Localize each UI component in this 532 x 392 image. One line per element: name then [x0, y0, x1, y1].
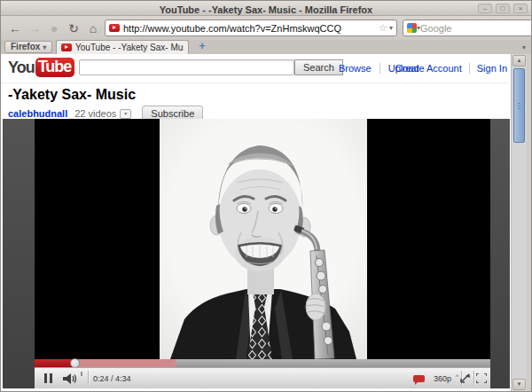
player-controls: 0:24 / 4:34 360p ^ [35, 367, 490, 388]
web-search-bar[interactable]: ▾ [403, 20, 532, 36]
minimize-icon[interactable]: – [478, 4, 492, 13]
bookmark-star-icon[interactable]: ☆ [379, 22, 387, 34]
window-edge [527, 54, 531, 391]
youtube-logo[interactable]: You Tube [8, 58, 74, 77]
video-player: 0:24 / 4:34 360p ^ [3, 119, 510, 388]
video-frame-photo [160, 119, 367, 359]
sign-in-link[interactable]: Sign In [477, 63, 507, 74]
google-engine-icon[interactable] [407, 23, 417, 33]
scroll-up-icon[interactable]: ▲ [512, 55, 526, 67]
logo-you-text: You [8, 59, 35, 77]
quality-caret-icon[interactable]: ^ [456, 373, 458, 380]
window-title: YouTube - -Yakety Sax- Music - Mozilla F… [160, 4, 372, 15]
back-icon[interactable]: ← [5, 21, 25, 35]
forward-icon[interactable]: → [25, 21, 44, 35]
close-icon[interactable]: × [513, 4, 528, 13]
page-content: You Tube Search Browse Upload Create Acc… [1, 54, 531, 391]
volume-slider[interactable] [81, 372, 82, 376]
firefox-menu-caret-icon: ▾ [43, 43, 46, 51]
window-titlebar[interactable]: YouTube - -Yakety Sax- Music - Mozilla F… [1, 1, 531, 16]
account-links: Create Account Sign In [395, 63, 507, 74]
firefox-menu-label: Firefox [11, 42, 40, 51]
navigation-toolbar: ← → ● ↻ ⌂ ☆ ▾ ▾ ★ ▾ [1, 16, 531, 40]
youtube-search-input[interactable] [79, 59, 294, 75]
list-tabs-icon[interactable]: ▾ [522, 43, 526, 51]
time-display: 0:24 / 4:34 [93, 368, 131, 389]
annotations-icon[interactable] [413, 375, 425, 382]
uploader-dropdown-icon[interactable]: ▾ [120, 109, 131, 119]
web-search-input[interactable] [420, 23, 532, 34]
window-controls: – □ × [478, 4, 528, 13]
youtube-header: You Tube Search Browse Upload Create Acc… [1, 54, 509, 83]
firefox-window: YouTube - -Yakety Sax- Music - Mozilla F… [0, 0, 532, 392]
page-scrollbar[interactable]: ▲ ▼ [511, 54, 527, 391]
player-gutter-right [490, 119, 510, 388]
divider [88, 371, 89, 386]
divider [473, 371, 474, 386]
pause-icon[interactable] [43, 373, 53, 383]
url-bar[interactable]: ☆ ▾ [105, 20, 397, 36]
youtube-favicon-icon [109, 24, 120, 32]
seek-bar[interactable] [35, 359, 490, 367]
url-input[interactable] [123, 23, 377, 34]
tab-title: YouTube - -Yakety Sax- Music [75, 43, 184, 52]
uploader-link[interactable]: calebhudnall [8, 108, 67, 119]
volume-icon[interactable] [63, 373, 78, 384]
portrait-illustration [160, 119, 367, 359]
player-gutter-left [3, 119, 35, 388]
video-display[interactable]: 0:24 / 4:34 360p ^ [35, 119, 490, 388]
popout-icon[interactable] [459, 373, 471, 384]
new-tab-button[interactable]: + [194, 41, 210, 53]
youtube-search-button[interactable]: Search [294, 59, 343, 75]
firefox-menu-button[interactable]: Firefox ▾ [4, 41, 52, 53]
create-account-link[interactable]: Create Account [395, 63, 462, 74]
divider [469, 63, 470, 74]
tab-favicon-icon [61, 43, 72, 51]
maximize-icon[interactable]: □ [496, 4, 510, 13]
fullscreen-icon[interactable] [476, 373, 487, 383]
divider [379, 63, 380, 74]
logo-tube-text: Tube [35, 58, 75, 77]
video-title: -Yakety Sax- Music [8, 87, 136, 103]
stop-icon[interactable]: ● [44, 21, 64, 35]
uploader-video-count: 22 videos [74, 108, 116, 119]
scrollbar-grip [518, 103, 520, 110]
scroll-down-icon[interactable]: ▼ [512, 379, 526, 390]
quality-label[interactable]: 360p [434, 368, 451, 389]
reload-icon[interactable]: ↻ [64, 21, 83, 35]
browse-link[interactable]: Browse [339, 63, 372, 74]
tab-youtube[interactable]: YouTube - -Yakety Sax- Music [56, 40, 189, 54]
home-icon[interactable]: ⌂ [83, 21, 103, 35]
url-dropdown-icon[interactable]: ▾ [389, 24, 393, 32]
scrollbar-thumb[interactable] [513, 68, 525, 143]
tab-strip: Firefox ▾ YouTube - -Yakety Sax- Music +… [1, 40, 531, 54]
